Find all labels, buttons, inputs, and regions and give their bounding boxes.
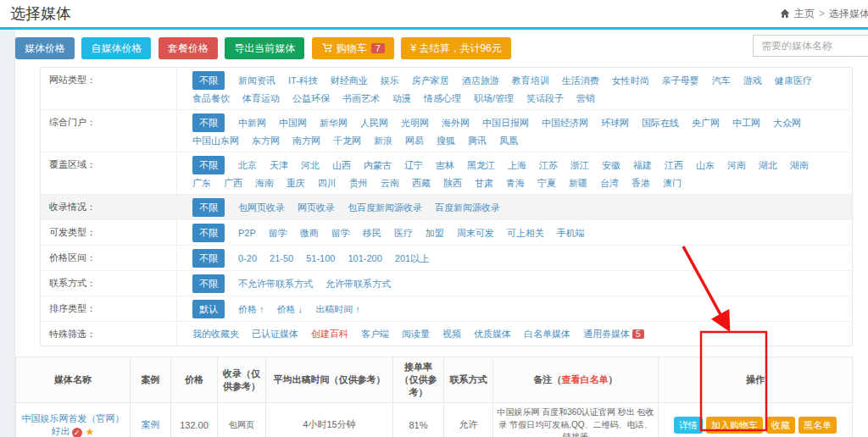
filter-option[interactable]: 优质媒体	[474, 325, 511, 342]
filter-option[interactable]: 国际在线	[642, 114, 679, 131]
filter-option[interactable]: 四川	[318, 174, 337, 191]
filter-option[interactable]: 中国山东网	[192, 132, 239, 149]
filter-option[interactable]: 河南	[727, 157, 746, 174]
filter-option[interactable]: 手机端	[557, 224, 585, 241]
filter-selected-chip[interactable]: 不限	[192, 224, 225, 242]
filter-option[interactable]: 澳门	[663, 174, 682, 191]
filter-option[interactable]: 搜狐	[437, 132, 455, 149]
filter-option[interactable]: 包网页收录	[238, 199, 285, 216]
filter-option[interactable]: 网页收录	[298, 199, 335, 216]
cart-button[interactable]: 购物车7	[312, 37, 394, 59]
filter-option[interactable]: 女性时尚	[612, 72, 649, 89]
filter-option[interactable]: 上海	[508, 157, 526, 174]
filter-option[interactable]: 百度新闻源收录	[435, 199, 500, 216]
filter-option[interactable]: 人民网	[360, 114, 388, 131]
filter-option[interactable]: 海外网	[442, 114, 470, 131]
filter-option[interactable]: 书画艺术	[342, 90, 380, 107]
filter-option[interactable]: 新华网	[320, 114, 348, 131]
filter-option[interactable]: 山西	[332, 157, 351, 174]
self-media-price-button[interactable]: 自媒体价格	[81, 37, 151, 59]
filter-option[interactable]: P2P	[238, 224, 256, 241]
filter-option[interactable]: 加盟	[426, 224, 444, 241]
filter-option[interactable]: 情感心理	[424, 90, 461, 107]
filter-option[interactable]: 新浪	[374, 132, 392, 149]
filter-option[interactable]: 通用券媒体5	[583, 325, 644, 343]
filter-selected-chip[interactable]: 不限	[192, 249, 225, 268]
filter-option[interactable]: 亲子母婴	[662, 72, 699, 89]
filter-option[interactable]: 包百度新闻源收录	[348, 199, 422, 216]
filter-selected-chip[interactable]: 不限	[192, 198, 225, 217]
filter-option[interactable]: 白名单媒体	[524, 325, 570, 342]
filter-option[interactable]: 西藏	[412, 174, 431, 191]
filter-option[interactable]: 中工网	[732, 114, 760, 131]
filter-option[interactable]: 中国网	[279, 114, 307, 131]
filter-option[interactable]: 湖南	[790, 157, 809, 174]
detail-button[interactable]: 详情	[674, 417, 703, 434]
filter-option[interactable]: 食品餐饮	[192, 90, 230, 107]
filter-option[interactable]: 黑龙江	[467, 157, 495, 174]
filter-option[interactable]: 大众网	[773, 114, 801, 131]
filter-option[interactable]: 0-20	[238, 250, 257, 267]
filter-option[interactable]: 中国日报网	[482, 114, 529, 131]
package-price-button[interactable]: 套餐价格	[159, 37, 218, 59]
filter-option[interactable]: 网易	[405, 132, 424, 149]
filter-option[interactable]: 江苏	[539, 157, 558, 174]
filter-option[interactable]: 创建百科	[311, 325, 348, 342]
media-search-input[interactable]	[753, 35, 868, 57]
filter-option[interactable]: 职场/管理	[474, 90, 514, 107]
filter-option[interactable]: 云南	[381, 174, 399, 191]
filter-option[interactable]: 笑话段子	[526, 90, 564, 107]
filter-option[interactable]: 视频	[442, 325, 461, 342]
favorite-button[interactable]: 收藏	[766, 417, 795, 434]
filter-option[interactable]: 酒店旅游	[462, 72, 499, 89]
filter-option[interactable]: 留学	[269, 224, 287, 241]
filter-option[interactable]: 公益环保	[292, 90, 330, 107]
filter-option[interactable]: 腾讯	[468, 132, 487, 149]
filter-option[interactable]: 周末可发	[457, 224, 494, 241]
filter-option[interactable]: 我的收藏夹	[192, 325, 239, 342]
filter-option[interactable]: 出稿时间 ↑	[315, 301, 360, 318]
filter-option[interactable]: 新疆	[569, 174, 587, 191]
filter-option[interactable]: 香港	[632, 174, 650, 191]
filter-option[interactable]: 青海	[506, 174, 525, 191]
filter-option[interactable]: 重庆	[287, 174, 305, 191]
filter-option[interactable]: 价格 ↑	[238, 301, 264, 318]
filter-option[interactable]: 广西	[224, 174, 242, 191]
filter-option[interactable]: 内蒙古	[364, 157, 392, 174]
filter-option[interactable]: 台湾	[600, 174, 619, 191]
filter-option[interactable]: IT-科技	[288, 72, 318, 89]
filter-option[interactable]: 动漫	[392, 90, 411, 107]
filter-option[interactable]: 不允许带联系方式	[238, 275, 313, 292]
filter-option[interactable]: 201以上	[395, 250, 429, 267]
breadcrumb-home[interactable]: 主页	[794, 7, 815, 21]
filter-option[interactable]: 医疗	[394, 224, 413, 241]
filter-option[interactable]: 河北	[301, 157, 320, 174]
filter-option[interactable]: 安徽	[602, 157, 620, 174]
filter-option[interactable]: 海南	[255, 174, 274, 191]
filter-option[interactable]: 娱乐	[381, 72, 399, 89]
filter-option[interactable]: 21-50	[270, 250, 293, 267]
filter-selected-chip[interactable]: 不限	[192, 156, 225, 174]
filter-option[interactable]: 价格 ↓	[277, 301, 303, 318]
view-whitelist-link[interactable]: 查看白名单	[562, 374, 609, 384]
filter-option[interactable]: 中新网	[238, 114, 266, 131]
filter-option[interactable]: 千龙网	[333, 132, 361, 149]
filter-option[interactable]: 山东	[696, 157, 715, 174]
filter-option[interactable]: 江西	[665, 157, 683, 174]
filter-option[interactable]: 光明网	[401, 114, 429, 131]
case-link[interactable]: 案例	[142, 419, 160, 429]
filter-option[interactable]: 浙江	[570, 157, 589, 174]
filter-option[interactable]: 游戏	[743, 72, 762, 89]
filter-option[interactable]: 央广网	[692, 114, 720, 131]
filter-selected-chip[interactable]: 不限	[192, 71, 225, 90]
filter-option[interactable]: 留学	[331, 224, 350, 241]
filter-option[interactable]: 体育运动	[242, 90, 280, 107]
export-current-media-button[interactable]: 导出当前媒体	[225, 37, 304, 59]
filter-option[interactable]: 汽车	[712, 72, 731, 89]
filter-option[interactable]: 允许带联系方式	[326, 275, 391, 292]
filter-option[interactable]: 生活消费	[562, 72, 599, 89]
filter-option[interactable]: 宁夏	[537, 174, 556, 191]
filter-option[interactable]: 51-100	[306, 250, 335, 267]
filter-option[interactable]: 湖北	[759, 157, 777, 174]
add-to-cart-button[interactable]: 加入购物车	[706, 417, 763, 434]
